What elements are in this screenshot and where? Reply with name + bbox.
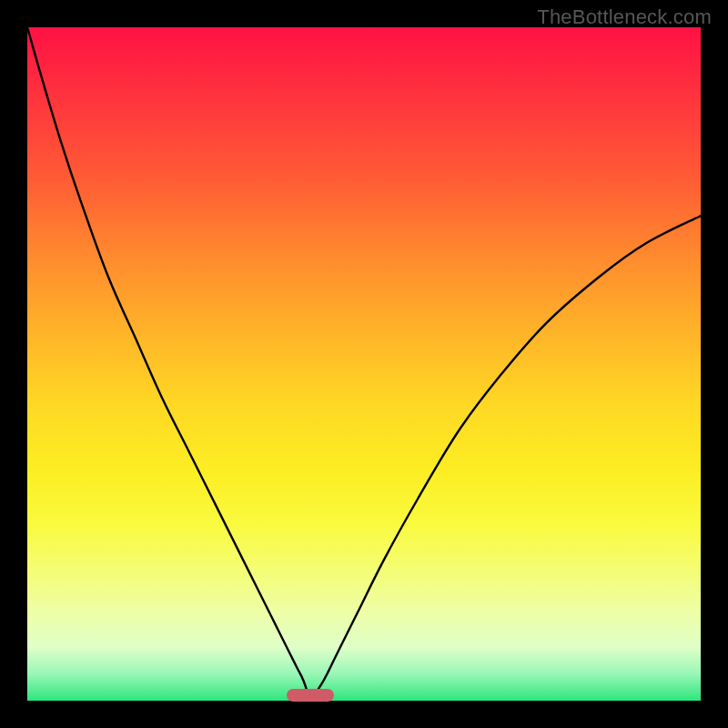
curve-layer xyxy=(27,27,701,701)
chart-frame: TheBottleneck.com xyxy=(0,0,728,728)
curve-left-branch xyxy=(27,27,310,701)
minimum-marker xyxy=(287,689,334,702)
watermark-text: TheBottleneck.com xyxy=(537,5,712,29)
curve-right-branch xyxy=(310,216,701,701)
plot-area xyxy=(27,27,701,701)
